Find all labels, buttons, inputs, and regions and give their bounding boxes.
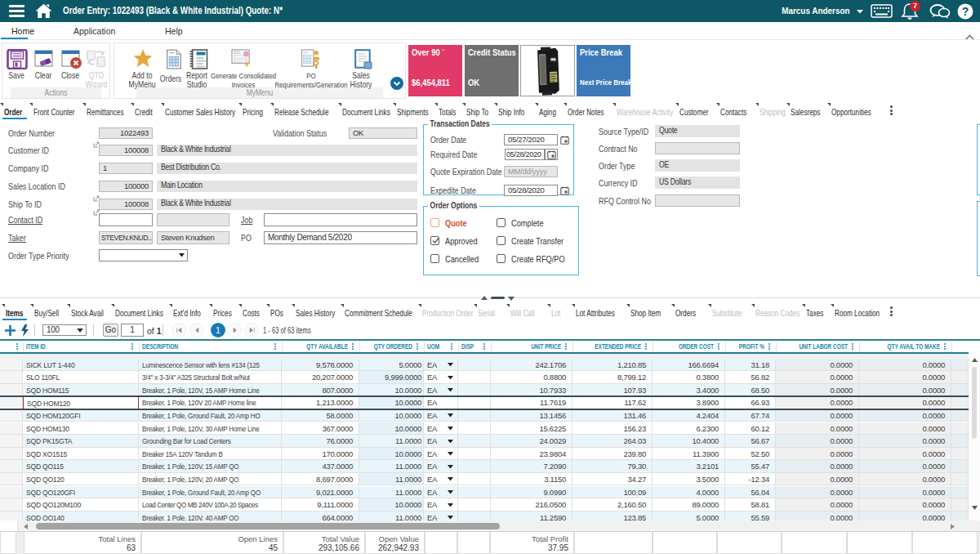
svg-text:?: ?	[962, 5, 969, 18]
